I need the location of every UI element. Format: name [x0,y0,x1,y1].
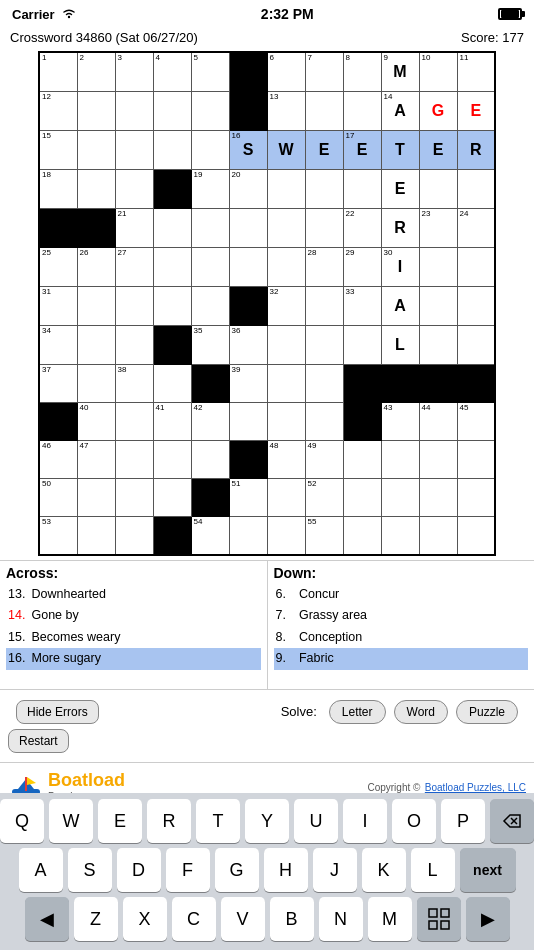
cell-1-11[interactable]: 10 [419,52,457,92]
cell-4-1[interactable]: 18 [39,170,77,209]
cell-4-8[interactable] [305,170,343,209]
cell-6-6[interactable] [229,248,267,287]
cell-8-1[interactable]: 34 [39,326,77,365]
clue-down-7[interactable]: 7. Grassy area [274,605,529,627]
cell-11-4[interactable] [153,441,191,479]
key-W[interactable]: W [49,799,93,843]
cell-8-7[interactable] [267,326,305,365]
restart-button[interactable]: Restart [8,729,69,753]
cell-7-8[interactable] [305,287,343,326]
cell-12-12[interactable] [457,479,495,517]
key-S[interactable]: S [68,848,112,892]
cell-1-10[interactable]: 9M [381,52,419,92]
cell-13-7[interactable] [267,517,305,555]
cell-1-2[interactable]: 2 [77,52,115,92]
cell-13-3[interactable] [115,517,153,555]
cell-12-10[interactable] [381,479,419,517]
crossword-grid[interactable]: 1 2 3 4 5 6 7 8 9M 10 11 12 1 [38,51,496,556]
key-I[interactable]: I [343,799,387,843]
cell-7-7[interactable]: 32 [267,287,305,326]
cell-3-2[interactable] [77,131,115,170]
cell-9-4[interactable] [153,365,191,403]
cell-1-3[interactable]: 3 [115,52,153,92]
key-grid[interactable] [417,897,461,941]
cell-12-9[interactable] [343,479,381,517]
cell-5-9[interactable]: 22 [343,209,381,248]
cell-10-7[interactable] [267,403,305,441]
key-next[interactable]: next [460,848,516,892]
cell-6-5[interactable] [191,248,229,287]
cell-8-6[interactable]: 36 [229,326,267,365]
cell-4-9[interactable] [343,170,381,209]
cell-11-5[interactable] [191,441,229,479]
cell-6-2[interactable]: 26 [77,248,115,287]
cell-6-8[interactable]: 28 [305,248,343,287]
cell-5-6[interactable] [229,209,267,248]
cell-9-1[interactable]: 37 [39,365,77,403]
cell-7-12[interactable] [457,287,495,326]
cell-5-3[interactable]: 21 [115,209,153,248]
key-Z[interactable]: Z [74,897,118,941]
cell-6-9[interactable]: 29 [343,248,381,287]
clue-across-16[interactable]: 16. More sugary [6,648,261,670]
cell-8-9[interactable] [343,326,381,365]
cell-12-8[interactable]: 52 [305,479,343,517]
cell-1-4[interactable]: 4 [153,52,191,92]
cell-5-10[interactable]: R [381,209,419,248]
cell-8-8[interactable] [305,326,343,365]
key-M[interactable]: M [368,897,412,941]
cell-3-7[interactable]: W [267,131,305,170]
cell-4-12[interactable] [457,170,495,209]
key-K[interactable]: K [362,848,406,892]
cell-7-1[interactable]: 31 [39,287,77,326]
cell-5-7[interactable] [267,209,305,248]
cell-7-11[interactable] [419,287,457,326]
cell-7-4[interactable] [153,287,191,326]
cell-8-10[interactable]: L [381,326,419,365]
key-G[interactable]: G [215,848,259,892]
cell-11-10[interactable] [381,441,419,479]
cell-1-9[interactable]: 8 [343,52,381,92]
key-B[interactable]: B [270,897,314,941]
key-H[interactable]: H [264,848,308,892]
cell-11-2[interactable]: 47 [77,441,115,479]
cell-11-11[interactable] [419,441,457,479]
key-Q[interactable]: Q [0,799,44,843]
cell-8-3[interactable] [115,326,153,365]
cell-3-1[interactable]: 15 [39,131,77,170]
cell-12-4[interactable] [153,479,191,517]
cell-1-8[interactable]: 7 [305,52,343,92]
solve-word-button[interactable]: Word [394,700,448,724]
cell-13-5[interactable]: 54 [191,517,229,555]
key-D[interactable]: D [117,848,161,892]
cell-10-2[interactable]: 40 [77,403,115,441]
cell-5-12[interactable]: 24 [457,209,495,248]
cell-10-8[interactable] [305,403,343,441]
cell-6-1[interactable]: 25 [39,248,77,287]
cell-12-7[interactable] [267,479,305,517]
solve-letter-button[interactable]: Letter [329,700,386,724]
cell-8-12[interactable] [457,326,495,365]
cell-4-7[interactable] [267,170,305,209]
cell-3-4[interactable] [153,131,191,170]
key-arrow-left[interactable]: ◀ [25,897,69,941]
cell-11-7[interactable]: 48 [267,441,305,479]
cell-4-10[interactable]: E [381,170,419,209]
cell-7-5[interactable] [191,287,229,326]
clue-across-13[interactable]: 13. Downhearted [6,584,261,606]
cell-11-8[interactable]: 49 [305,441,343,479]
cell-10-11[interactable]: 44 [419,403,457,441]
cell-2-12[interactable]: E [457,92,495,131]
key-E[interactable]: E [98,799,142,843]
cell-8-11[interactable] [419,326,457,365]
cell-9-6[interactable]: 39 [229,365,267,403]
cell-4-5[interactable]: 19 [191,170,229,209]
cell-10-10[interactable]: 43 [381,403,419,441]
cell-2-11[interactable]: G [419,92,457,131]
cell-4-11[interactable] [419,170,457,209]
key-C[interactable]: C [172,897,216,941]
cell-11-9[interactable] [343,441,381,479]
cell-2-10[interactable]: 14A [381,92,419,131]
key-arrow-right[interactable]: ▶ [466,897,510,941]
solve-puzzle-button[interactable]: Puzzle [456,700,518,724]
